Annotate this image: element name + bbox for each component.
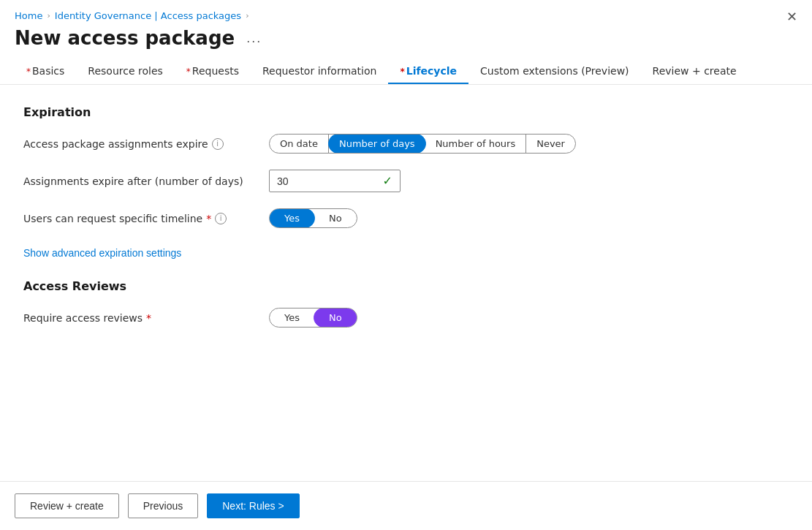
tab-requestor-info[interactable]: Requestor information <box>251 59 388 84</box>
segment-number-of-days[interactable]: Number of days <box>328 134 426 154</box>
tab-review-create[interactable]: Review + create <box>641 59 748 84</box>
ellipsis-button[interactable]: ... <box>242 29 266 48</box>
segment-never[interactable]: Never <box>526 135 575 153</box>
tab-basics[interactable]: *Basics <box>15 59 76 84</box>
previous-button[interactable]: Previous <box>128 493 198 518</box>
specific-timeline-toggle: Yes No <box>269 208 357 228</box>
footer: Review + create Previous Next: Rules > <box>0 481 812 530</box>
expire-after-input[interactable] <box>277 175 377 187</box>
tab-basics-star: * <box>26 67 31 77</box>
page-title: New access package <box>15 27 235 49</box>
breadcrumb-identity-governance[interactable]: Identity Governance | Access packages <box>55 10 241 21</box>
tab-resource-roles[interactable]: Resource roles <box>76 59 174 84</box>
toggle-reviews-yes[interactable]: Yes <box>270 308 314 327</box>
toggle-timeline-yes[interactable]: Yes <box>269 208 315 228</box>
specific-timeline-label: Users can request specific timeline * i <box>23 213 257 224</box>
tab-bar: *Basics Resource roles *Requests Request… <box>15 59 797 84</box>
assignments-expire-info-icon[interactable]: i <box>212 138 224 150</box>
advanced-expiration-row: Show advanced expiration settings <box>23 244 789 259</box>
close-button[interactable]: ✕ <box>786 10 797 23</box>
specific-timeline-info-icon[interactable]: i <box>215 213 227 224</box>
review-create-button[interactable]: Review + create <box>15 493 119 518</box>
require-reviews-label: Require access reviews * <box>23 312 257 324</box>
specific-timeline-star: * <box>206 213 211 224</box>
require-reviews-row: Require access reviews * Yes No <box>23 308 789 328</box>
expire-after-input-wrapper: ✓ <box>269 170 401 192</box>
main-content: Expiration Access package assignments ex… <box>0 85 812 481</box>
assignments-expire-label: Access package assignments expire i <box>23 138 257 150</box>
assignments-expire-row: Access package assignments expire i On d… <box>23 134 789 154</box>
require-reviews-toggle: Yes No <box>269 308 357 328</box>
require-reviews-star: * <box>146 312 151 324</box>
breadcrumb-home[interactable]: Home <box>15 10 42 21</box>
tab-requests-star: * <box>186 67 191 77</box>
advanced-expiration-link[interactable]: Show advanced expiration settings <box>23 247 181 259</box>
expire-after-label: Assignments expire after (number of days… <box>23 175 257 187</box>
expiration-segmented-control: On date Number of days Number of hours N… <box>269 134 576 154</box>
access-reviews-title: Access Reviews <box>23 279 789 293</box>
breadcrumb-chevron-2: › <box>246 11 248 20</box>
tab-lifecycle[interactable]: *Lifecycle <box>388 59 468 84</box>
tab-custom-extensions[interactable]: Custom extensions (Preview) <box>468 59 641 84</box>
toggle-timeline-no[interactable]: No <box>314 209 357 227</box>
expiration-title: Expiration <box>23 105 789 119</box>
tab-lifecycle-star: * <box>400 67 404 77</box>
check-icon: ✓ <box>383 174 392 188</box>
specific-timeline-row: Users can request specific timeline * i … <box>23 208 789 228</box>
breadcrumb: Home › Identity Governance | Access pack… <box>15 10 797 21</box>
toggle-reviews-no[interactable]: No <box>314 308 357 328</box>
expire-after-row: Assignments expire after (number of days… <box>23 170 789 192</box>
next-button[interactable]: Next: Rules > <box>207 493 299 518</box>
segment-number-of-hours[interactable]: Number of hours <box>425 135 527 153</box>
breadcrumb-chevron-1: › <box>47 11 50 20</box>
tab-requests[interactable]: *Requests <box>175 59 251 84</box>
segment-on-date[interactable]: On date <box>270 135 329 153</box>
